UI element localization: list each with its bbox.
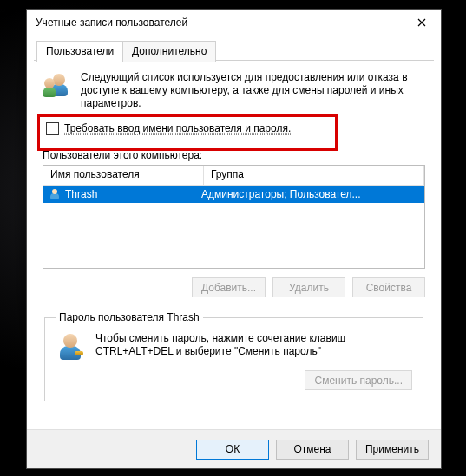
- close-icon: [417, 18, 426, 27]
- remove-user-button[interactable]: Удалить: [272, 277, 345, 297]
- tab-advanced[interactable]: Дополнительно: [122, 41, 216, 62]
- change-password-button[interactable]: Сменить пароль...: [305, 370, 412, 390]
- user-accounts-dialog: Учетные записи пользователей Пользовател…: [26, 9, 442, 469]
- password-groupbox-legend: Пароль пользователя Thrash: [56, 311, 203, 323]
- user-row[interactable]: Thrash Администраторы; Пользовател...: [43, 186, 424, 203]
- column-group[interactable]: Группа: [204, 166, 424, 185]
- titlebar[interactable]: Учетные записи пользователей: [27, 10, 441, 36]
- user-list[interactable]: Имя пользователя Группа Thrash Администр…: [43, 165, 425, 269]
- password-groupbox: Пароль пользователя Thrash Чтобы сменить…: [44, 311, 423, 401]
- intro-text: Следующий список используется для предос…: [81, 71, 425, 110]
- require-password-label: Требовать ввод имени пользователя и паро…: [64, 122, 291, 135]
- user-icon: [49, 188, 61, 200]
- properties-button[interactable]: Свойства: [352, 277, 425, 297]
- require-password-checkbox[interactable]: [46, 122, 59, 135]
- intro-row: Следующий список используется для предос…: [43, 71, 425, 110]
- user-row-group: Администраторы; Пользовател...: [194, 188, 424, 200]
- add-user-button[interactable]: Добавить...: [192, 277, 266, 297]
- user-buttons-row: Добавить... Удалить Свойства: [43, 277, 425, 297]
- ok-button[interactable]: ОК: [196, 440, 269, 460]
- user-row-name: Thrash: [65, 188, 97, 200]
- users-duo-icon: [43, 71, 72, 101]
- apply-button[interactable]: Применить: [356, 440, 429, 460]
- column-username[interactable]: Имя пользователя: [43, 166, 204, 185]
- close-button[interactable]: [402, 10, 441, 36]
- window-title: Учетные записи пользователей: [36, 16, 187, 29]
- tab-users[interactable]: Пользователи: [36, 41, 123, 62]
- tab-strip: Пользователи Дополнительно: [34, 39, 434, 61]
- user-list-caption: Пользователи этого компьютера:: [43, 149, 425, 161]
- user-list-header: Имя пользователя Группа: [43, 166, 424, 186]
- password-instruction-text: Чтобы сменить пароль, нажмите сочетание …: [95, 332, 412, 358]
- tab-body-users: Следующий список используется для предос…: [27, 61, 441, 429]
- require-password-row[interactable]: Требовать ввод имени пользователя и паро…: [46, 122, 425, 135]
- user-key-icon: [56, 332, 85, 362]
- cancel-button[interactable]: Отмена: [276, 440, 349, 460]
- dialog-footer: ОК Отмена Применить: [27, 429, 441, 468]
